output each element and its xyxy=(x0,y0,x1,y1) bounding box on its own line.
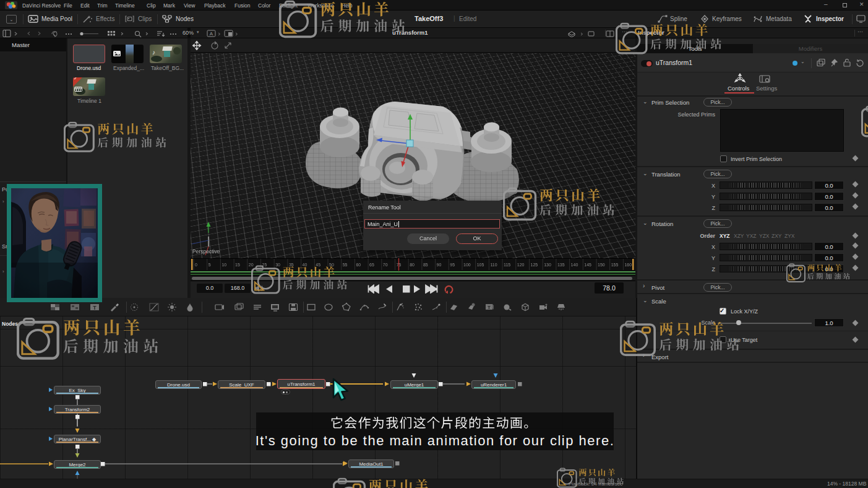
svg-text:45: 45 xyxy=(316,263,320,267)
svg-text:25: 25 xyxy=(262,263,267,267)
svg-text:90: 90 xyxy=(437,263,442,267)
svg-text:70: 70 xyxy=(383,263,388,267)
svg-text:5: 5 xyxy=(208,263,211,267)
svg-text:100: 100 xyxy=(463,263,471,267)
svg-text:10: 10 xyxy=(221,263,226,267)
svg-text:0: 0 xyxy=(195,263,197,267)
svg-text:145: 145 xyxy=(584,263,591,267)
svg-text:35: 35 xyxy=(289,263,294,267)
svg-text:80: 80 xyxy=(410,263,415,267)
svg-text:50: 50 xyxy=(329,263,334,267)
svg-text:95: 95 xyxy=(450,263,455,267)
svg-text:20: 20 xyxy=(249,263,254,267)
svg-text:85: 85 xyxy=(423,263,428,267)
svg-text:T: T xyxy=(488,305,491,310)
svg-text:65: 65 xyxy=(369,263,374,267)
svg-text:130: 130 xyxy=(544,263,551,267)
svg-text:125: 125 xyxy=(531,263,538,267)
svg-text:T: T xyxy=(93,305,97,311)
svg-text:30: 30 xyxy=(275,263,280,267)
svg-text:115: 115 xyxy=(504,263,510,267)
svg-text:140: 140 xyxy=(571,263,578,267)
svg-text:105: 105 xyxy=(477,263,484,267)
svg-text:40: 40 xyxy=(303,263,307,267)
svg-text:A: A xyxy=(210,31,213,37)
svg-text:60: 60 xyxy=(356,263,361,267)
svg-text:155: 155 xyxy=(611,263,619,267)
svg-text:15: 15 xyxy=(235,263,240,267)
svg-text:55: 55 xyxy=(343,263,348,267)
svg-text:160: 160 xyxy=(624,263,632,267)
svg-text:110: 110 xyxy=(490,263,497,267)
svg-text:150: 150 xyxy=(598,263,605,267)
svg-text:120: 120 xyxy=(517,263,525,267)
svg-text:135: 135 xyxy=(557,263,565,267)
